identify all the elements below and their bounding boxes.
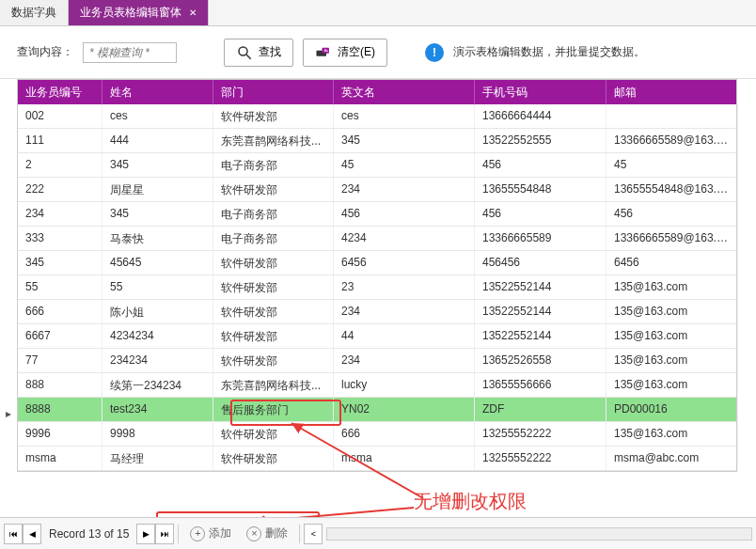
cell-dept[interactable]: 电子商务部 bbox=[213, 202, 334, 226]
cell-id[interactable]: 333 bbox=[18, 227, 102, 250]
cell-phone[interactable]: 13655556666 bbox=[475, 373, 606, 397]
cell-dept[interactable]: 软件研发部 bbox=[213, 349, 334, 372]
cell-mail[interactable]: 135@163.com bbox=[606, 275, 738, 299]
cell-id[interactable]: 002 bbox=[18, 104, 102, 128]
cell-mail[interactable]: 135@163.com bbox=[606, 373, 738, 397]
cell-mail[interactable]: 135@163.com bbox=[606, 349, 738, 372]
cell-name[interactable]: ces bbox=[102, 104, 213, 128]
table-row[interactable]: 8888test234售后服务部门YN02ZDFPD000016 bbox=[18, 398, 736, 422]
cell-en[interactable]: ces bbox=[334, 104, 475, 128]
cell-phone[interactable]: 13522552555 bbox=[475, 129, 606, 152]
cell-name[interactable]: 345 bbox=[102, 202, 213, 226]
cell-name[interactable]: 陈小姐 bbox=[102, 300, 213, 323]
cell-en[interactable]: 6456 bbox=[334, 251, 475, 274]
cell-en[interactable]: 456 bbox=[334, 202, 475, 226]
cell-en[interactable]: 234 bbox=[334, 300, 475, 323]
cell-id[interactable]: 6667 bbox=[18, 324, 102, 348]
table-row[interactable]: 99969998软件研发部66613255552222135@163.com bbox=[18, 422, 736, 447]
search-button[interactable]: 查找 bbox=[224, 39, 293, 67]
cell-en[interactable]: 234 bbox=[334, 178, 475, 201]
cell-phone[interactable]: 13255552222 bbox=[475, 422, 606, 446]
cell-en[interactable]: YN02 bbox=[334, 398, 475, 421]
cell-phone[interactable]: 13522552144 bbox=[475, 300, 606, 323]
cell-id[interactable]: 8888 bbox=[18, 398, 102, 421]
cell-id[interactable]: msma bbox=[18, 447, 102, 470]
cell-id[interactable]: 888 bbox=[18, 373, 102, 397]
table-row[interactable]: 888续第一234234东莞喜鹊网络科技...lucky136555566661… bbox=[18, 373, 736, 398]
table-row[interactable]: 77234234软件研发部23413652526558135@163.com bbox=[18, 349, 736, 373]
scroll-track[interactable] bbox=[326, 527, 752, 541]
cell-id[interactable]: 2 bbox=[18, 153, 102, 177]
table-row[interactable]: msma马经理软件研发部msma13255552222msma@abc.com bbox=[18, 447, 736, 471]
cell-name[interactable]: 444 bbox=[102, 129, 213, 152]
cell-id[interactable]: 345 bbox=[18, 251, 102, 274]
cell-name[interactable]: 4234234 bbox=[102, 324, 213, 348]
cell-name[interactable]: test234 bbox=[102, 398, 213, 421]
cell-dept[interactable]: 电子商务部 bbox=[213, 153, 334, 177]
table-row[interactable]: 5555软件研发部2313522552144135@163.com bbox=[18, 275, 736, 300]
cell-mail[interactable]: 135@163.com bbox=[606, 422, 738, 446]
cell-phone[interactable]: 13655554848 bbox=[475, 178, 606, 201]
cell-dept[interactable]: 软件研发部 bbox=[213, 300, 334, 323]
cell-dept[interactable]: 软件研发部 bbox=[213, 324, 334, 348]
cell-mail[interactable]: PD000016 bbox=[606, 398, 738, 421]
nav-prev-button[interactable]: ◀ bbox=[23, 524, 41, 544]
cell-phone[interactable]: 13522552144 bbox=[475, 324, 606, 348]
search-input[interactable] bbox=[83, 42, 177, 63]
col-header-dept[interactable]: 部门 bbox=[213, 80, 334, 104]
cell-en[interactable]: 234 bbox=[334, 349, 475, 372]
delete-button[interactable]: × 删除 bbox=[239, 523, 295, 544]
cell-phone[interactable]: 456 bbox=[475, 153, 606, 177]
cell-id[interactable]: 9996 bbox=[18, 422, 102, 446]
cell-mail[interactable]: 135@163.com bbox=[606, 324, 738, 348]
col-header-id[interactable]: 业务员编号 bbox=[18, 80, 102, 104]
table-row[interactable]: 222周星星软件研发部2341365555484813655554848@163… bbox=[18, 178, 736, 202]
cell-mail[interactable]: msma@abc.com bbox=[606, 447, 738, 470]
table-row[interactable]: 002ces软件研发部ces13666664444 bbox=[18, 104, 736, 129]
cell-en[interactable]: 45 bbox=[334, 153, 475, 177]
cell-en[interactable]: 44 bbox=[334, 324, 475, 348]
cell-mail[interactable]: 45 bbox=[606, 153, 738, 177]
cell-name[interactable]: 55 bbox=[102, 275, 213, 299]
cell-mail[interactable]: 13366665589@163.com bbox=[606, 227, 738, 250]
close-icon[interactable]: ✕ bbox=[189, 8, 197, 18]
cell-mail[interactable]: 13366665589@163.com bbox=[606, 129, 738, 152]
cell-en[interactable]: msma bbox=[334, 447, 475, 470]
cell-mail[interactable]: 135@163.com bbox=[606, 300, 738, 323]
cell-en[interactable]: 666 bbox=[334, 422, 475, 446]
cell-phone[interactable]: 13366665589 bbox=[475, 227, 606, 250]
cell-id[interactable]: 234 bbox=[18, 202, 102, 226]
cell-en[interactable]: 23 bbox=[334, 275, 475, 299]
cell-phone[interactable]: 456 bbox=[475, 202, 606, 226]
col-header-name[interactable]: 姓名 bbox=[102, 80, 213, 104]
cell-mail[interactable]: 456 bbox=[606, 202, 738, 226]
cell-name[interactable]: 马泰快 bbox=[102, 227, 213, 250]
cell-name[interactable]: 续第一234234 bbox=[102, 373, 213, 397]
cell-id[interactable]: 111 bbox=[18, 129, 102, 152]
nav-last-button[interactable]: ⏭ bbox=[155, 524, 174, 544]
col-header-en[interactable]: 英文名 bbox=[334, 80, 475, 104]
col-header-mail[interactable]: 邮箱 bbox=[606, 80, 738, 104]
cell-id[interactable]: 666 bbox=[18, 300, 102, 323]
cell-name[interactable]: 9998 bbox=[102, 422, 213, 446]
table-row[interactable]: 333马泰快电子商务部42341336666558913366665589@16… bbox=[18, 227, 736, 251]
cell-en[interactable]: 4234 bbox=[334, 227, 475, 250]
table-row[interactable]: 234345电子商务部456456456 bbox=[18, 202, 736, 227]
tab-data-dictionary[interactable]: 数据字典 bbox=[0, 0, 69, 25]
cell-mail[interactable]: 13655554848@163.com bbox=[606, 178, 738, 201]
cell-dept[interactable]: 软件研发部 bbox=[213, 251, 334, 274]
cell-dept[interactable]: 电子商务部 bbox=[213, 227, 334, 250]
cell-dept[interactable]: 软件研发部 bbox=[213, 178, 334, 201]
cell-en[interactable]: lucky bbox=[334, 373, 475, 397]
table-row[interactable]: 2345电子商务部4545645 bbox=[18, 153, 736, 178]
tab-salesperson-edit[interactable]: 业务员表格编辑窗体 ✕ bbox=[69, 0, 209, 25]
cell-dept[interactable]: 东莞喜鹊网络科技... bbox=[213, 373, 334, 397]
cell-dept[interactable]: 东莞喜鹊网络科技... bbox=[213, 129, 334, 152]
clear-button[interactable]: Aa 清空(E) bbox=[303, 39, 387, 67]
cell-name[interactable]: 345 bbox=[102, 153, 213, 177]
nav-next-button[interactable]: ▶ bbox=[136, 524, 155, 544]
cell-mail[interactable]: 6456 bbox=[606, 251, 738, 274]
table-row[interactable]: 66674234234软件研发部4413522552144135@163.com bbox=[18, 324, 736, 349]
cell-id[interactable]: 77 bbox=[18, 349, 102, 372]
cell-phone[interactable]: 13522552144 bbox=[475, 275, 606, 299]
